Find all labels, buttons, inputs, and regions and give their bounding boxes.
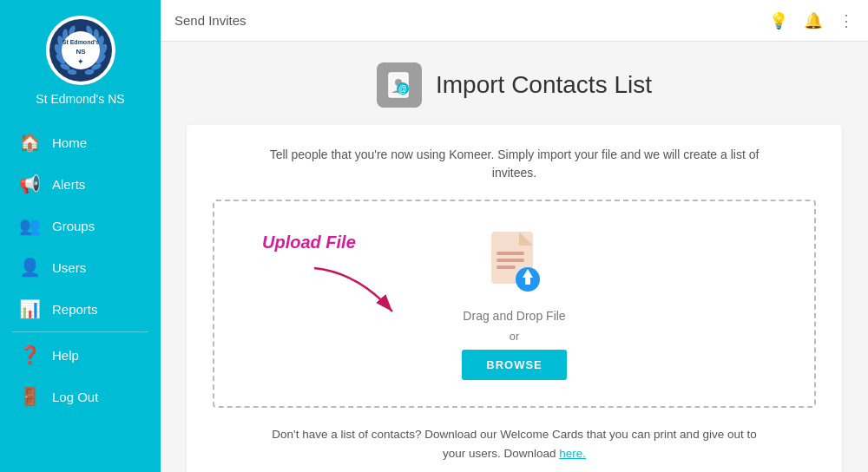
alerts-icon: 📢 bbox=[19, 174, 40, 194]
sidebar-item-home[interactable]: 🏠 Home bbox=[0, 121, 161, 163]
notification-bell-icon[interactable]: 🔔 bbox=[804, 11, 823, 30]
drag-drop-text: Drag and Drop File bbox=[463, 309, 565, 323]
browse-button[interactable]: BROWSE bbox=[462, 350, 567, 380]
svg-rect-28 bbox=[496, 259, 524, 262]
upload-arrow-icon bbox=[306, 264, 410, 324]
sidebar-label-users: Users bbox=[52, 260, 86, 275]
svg-text:@: @ bbox=[398, 84, 407, 94]
upload-dropzone[interactable]: Upload File bbox=[213, 200, 816, 408]
page-title: Import Contacts List bbox=[436, 71, 652, 99]
school-logo: St Edmond's NS ✦ bbox=[46, 16, 115, 85]
sidebar: St Edmond's NS ✦ St Edmond's NS 🏠 Home 📢… bbox=[0, 0, 161, 472]
svg-text:St Edmond's: St Edmond's bbox=[62, 39, 99, 45]
file-illustration bbox=[484, 227, 545, 297]
sidebar-item-reports[interactable]: 📊 Reports bbox=[0, 288, 161, 330]
sidebar-label-reports: Reports bbox=[52, 302, 98, 317]
import-card: Tell people that you're now using Komeer… bbox=[187, 125, 842, 472]
sidebar-label-groups: Groups bbox=[52, 219, 95, 233]
page-header: @ Import Contacts List bbox=[187, 62, 842, 108]
bottom-info-text: Don't have a list of contacts? Download … bbox=[213, 425, 816, 462]
svg-text:NS: NS bbox=[76, 48, 86, 56]
header-icons: 💡 🔔 ⋮ bbox=[769, 11, 854, 30]
logo-area: St Edmond's NS ✦ St Edmond's NS bbox=[0, 0, 161, 115]
more-options-icon[interactable]: ⋮ bbox=[838, 11, 854, 30]
file-icon-svg bbox=[484, 227, 545, 297]
header: Send Invites 💡 🔔 ⋮ bbox=[161, 0, 868, 42]
svg-rect-32 bbox=[525, 278, 530, 285]
svg-rect-27 bbox=[496, 252, 524, 255]
logout-icon: 🚪 bbox=[19, 386, 40, 407]
nav-menu: 🏠 Home 📢 Alerts 👥 Groups 👤 Users 📊 Repor… bbox=[0, 121, 161, 417]
nav-divider bbox=[12, 331, 148, 332]
home-icon: 🏠 bbox=[19, 132, 40, 153]
reports-icon: 📊 bbox=[19, 298, 40, 319]
upload-file-label: Upload File bbox=[262, 233, 356, 252]
help-icon: ❓ bbox=[19, 344, 40, 365]
school-name: St Edmond's NS bbox=[36, 92, 124, 106]
lightbulb-icon[interactable]: 💡 bbox=[769, 11, 788, 30]
sidebar-label-logout: Log Out bbox=[52, 390, 98, 404]
sidebar-item-help[interactable]: ❓ Help bbox=[0, 334, 161, 376]
sidebar-label-home: Home bbox=[52, 135, 87, 150]
groups-icon: 👥 bbox=[19, 215, 40, 236]
download-here-link[interactable]: here. bbox=[559, 447, 586, 460]
logo-svg: St Edmond's NS ✦ bbox=[49, 18, 113, 82]
card-subtitle: Tell people that you're now using Komeer… bbox=[213, 146, 816, 182]
sidebar-item-groups[interactable]: 👥 Groups bbox=[0, 205, 161, 246]
import-contacts-icon: @ bbox=[377, 62, 422, 108]
sidebar-item-logout[interactable]: 🚪 Log Out bbox=[0, 376, 161, 417]
svg-text:✦: ✦ bbox=[77, 57, 84, 66]
sidebar-item-users[interactable]: 👤 Users bbox=[0, 246, 161, 288]
or-text: or bbox=[510, 330, 520, 343]
header-title: Send Invites bbox=[174, 13, 247, 28]
content-area: @ Import Contacts List Tell people that … bbox=[161, 42, 868, 472]
import-icon-svg: @ bbox=[385, 71, 413, 99]
users-icon: 👤 bbox=[19, 257, 40, 278]
main-area: Send Invites 💡 🔔 ⋮ @ Import bbox=[161, 0, 868, 472]
sidebar-item-alerts[interactable]: 📢 Alerts bbox=[0, 163, 161, 205]
sidebar-label-help: Help bbox=[52, 348, 79, 363]
sidebar-label-alerts: Alerts bbox=[52, 177, 85, 192]
svg-rect-29 bbox=[496, 266, 516, 269]
